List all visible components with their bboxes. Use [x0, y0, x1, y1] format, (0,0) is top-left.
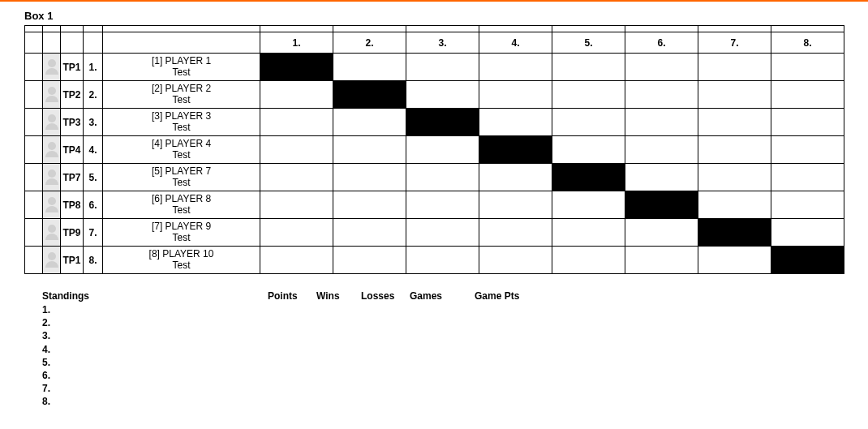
result-cell[interactable]: [406, 54, 479, 81]
col-header: 2.: [333, 32, 406, 54]
result-cell[interactable]: [479, 109, 552, 136]
player-row: TP33.[3] PLAYER 3Test: [25, 109, 844, 136]
col-points: Points: [268, 290, 316, 409]
result-cell[interactable]: [771, 247, 844, 274]
result-cell[interactable]: [406, 164, 479, 191]
result-cell[interactable]: [771, 191, 844, 219]
result-cell[interactable]: [406, 219, 479, 247]
result-cell[interactable]: [771, 81, 844, 109]
result-cell[interactable]: [552, 247, 625, 274]
result-cell[interactable]: [625, 164, 698, 191]
result-cell[interactable]: [479, 54, 552, 81]
result-cell[interactable]: [260, 136, 333, 164]
result-cell[interactable]: [698, 81, 771, 109]
result-cell[interactable]: [552, 164, 625, 191]
result-cell[interactable]: [771, 136, 844, 164]
result-cell[interactable]: [333, 81, 406, 109]
result-cell[interactable]: [771, 164, 844, 191]
result-cell[interactable]: [406, 136, 479, 164]
result-cell[interactable]: [698, 247, 771, 274]
result-cell[interactable]: [333, 136, 406, 164]
result-cell[interactable]: [479, 247, 552, 274]
result-cell[interactable]: [625, 109, 698, 136]
result-cell[interactable]: [625, 136, 698, 164]
result-cell[interactable]: [625, 81, 698, 109]
player-subline: Test: [103, 178, 260, 189]
result-cell[interactable]: [552, 191, 625, 219]
result-cell[interactable]: [333, 54, 406, 81]
result-cell[interactable]: [771, 54, 844, 81]
result-cell[interactable]: [552, 81, 625, 109]
result-cell[interactable]: [479, 219, 552, 247]
spacer-cell: [25, 164, 43, 191]
result-cell[interactable]: [698, 54, 771, 81]
col-header: 7.: [698, 32, 771, 54]
result-cell[interactable]: [698, 191, 771, 219]
spacer-cell: [25, 191, 43, 219]
result-cell[interactable]: [552, 219, 625, 247]
player-name-cell[interactable]: [5] PLAYER 7Test: [103, 164, 260, 191]
result-cell[interactable]: [771, 219, 844, 247]
player-seed-name: [4] PLAYER 4: [103, 139, 260, 150]
result-cell[interactable]: [260, 247, 333, 274]
result-cell[interactable]: [698, 164, 771, 191]
grid-header-row: 1. 2. 3. 4. 5. 6. 7. 8.: [25, 32, 844, 54]
result-cell[interactable]: [333, 247, 406, 274]
result-cell[interactable]: [333, 164, 406, 191]
player-name-cell[interactable]: [8] PLAYER 10Test: [103, 247, 260, 274]
result-cell[interactable]: [260, 191, 333, 219]
result-cell[interactable]: [406, 191, 479, 219]
player-seed-name: [7] PLAYER 9: [103, 221, 260, 233]
player-name-cell[interactable]: [4] PLAYER 4Test: [103, 136, 260, 164]
player-name-cell[interactable]: [6] PLAYER 8Test: [103, 191, 260, 219]
col-header: 5.: [552, 32, 625, 54]
result-cell[interactable]: [698, 109, 771, 136]
standings-row: 5.: [42, 356, 268, 369]
result-cell[interactable]: [260, 219, 333, 247]
spacer-cell: [25, 81, 43, 109]
col-header: 4.: [479, 32, 552, 54]
result-cell[interactable]: [625, 191, 698, 219]
result-cell[interactable]: [698, 136, 771, 164]
avatar: [43, 191, 61, 219]
result-cell[interactable]: [260, 109, 333, 136]
result-cell[interactable]: [479, 81, 552, 109]
result-cell[interactable]: [698, 219, 771, 247]
col-wins: Wins: [316, 290, 361, 409]
result-cell[interactable]: [333, 109, 406, 136]
result-cell[interactable]: [333, 219, 406, 247]
player-name-cell[interactable]: [3] PLAYER 3Test: [103, 109, 260, 136]
result-cell[interactable]: [260, 164, 333, 191]
player-number: 3.: [84, 109, 103, 136]
result-cell[interactable]: [333, 191, 406, 219]
result-cell[interactable]: [260, 54, 333, 81]
player-name-cell[interactable]: [2] PLAYER 2Test: [103, 81, 260, 109]
result-cell[interactable]: [479, 164, 552, 191]
standings-columns: Points Wins Losses Games Game Pts: [268, 290, 539, 409]
result-cell[interactable]: [625, 219, 698, 247]
standings-section: Standings 1. 2. 3. 4. 5. 6. 7. 8. Points…: [42, 290, 844, 409]
standings-row: 8.: [42, 395, 268, 408]
result-cell[interactable]: [625, 247, 698, 274]
result-cell[interactable]: [406, 247, 479, 274]
player-code: TP8: [61, 191, 84, 219]
player-number: 7.: [84, 219, 103, 247]
player-name-cell[interactable]: [1] PLAYER 1Test: [103, 54, 260, 81]
result-cell[interactable]: [552, 136, 625, 164]
result-cell[interactable]: [625, 54, 698, 81]
result-cell[interactable]: [552, 109, 625, 136]
spacer-cell: [25, 247, 43, 274]
player-row: TP44.[4] PLAYER 4Test: [25, 136, 844, 164]
result-cell[interactable]: [406, 109, 479, 136]
result-cell[interactable]: [479, 136, 552, 164]
result-cell[interactable]: [771, 109, 844, 136]
player-subline: Test: [103, 205, 260, 217]
spacer-cell: [25, 136, 43, 164]
result-cell[interactable]: [479, 191, 552, 219]
result-cell[interactable]: [552, 54, 625, 81]
result-cell[interactable]: [260, 81, 333, 109]
player-name-cell[interactable]: [7] PLAYER 9Test: [103, 219, 260, 247]
box-title: Box 1: [24, 10, 844, 22]
draw-grid: 1. 2. 3. 4. 5. 6. 7. 8. TP11.[1] PLAYER …: [24, 25, 844, 274]
result-cell[interactable]: [406, 81, 479, 109]
